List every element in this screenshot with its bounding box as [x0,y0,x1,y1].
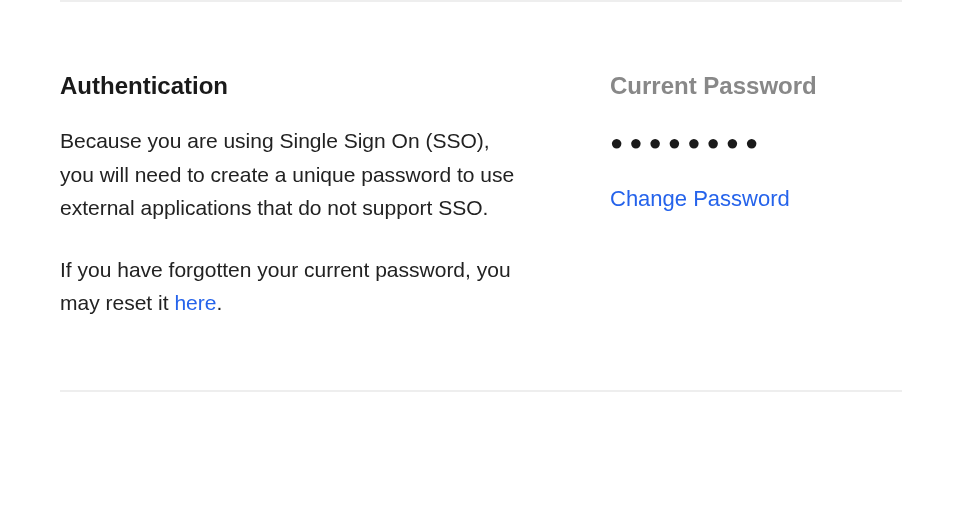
authentication-forgot-password-text: If you have forgotten your current passw… [60,253,520,320]
forgot-password-suffix: . [216,291,222,314]
section-divider-top [60,0,902,2]
authentication-description: Because you are using Single Sign On (SS… [60,124,520,225]
authentication-title: Authentication [60,72,520,100]
change-password-link[interactable]: Change Password [610,186,790,212]
section-divider-bottom [60,390,902,392]
current-password-masked-value: ●●●●●●●● [610,130,902,156]
reset-password-link[interactable]: here [174,291,216,314]
authentication-info-column: Authentication Because you are using Sin… [60,72,520,320]
authentication-section: Authentication Because you are using Sin… [60,72,902,390]
forgot-password-prefix: If you have forgotten your current passw… [60,258,511,315]
password-column: Current Password ●●●●●●●● Change Passwor… [610,72,902,320]
current-password-label: Current Password [610,72,902,100]
